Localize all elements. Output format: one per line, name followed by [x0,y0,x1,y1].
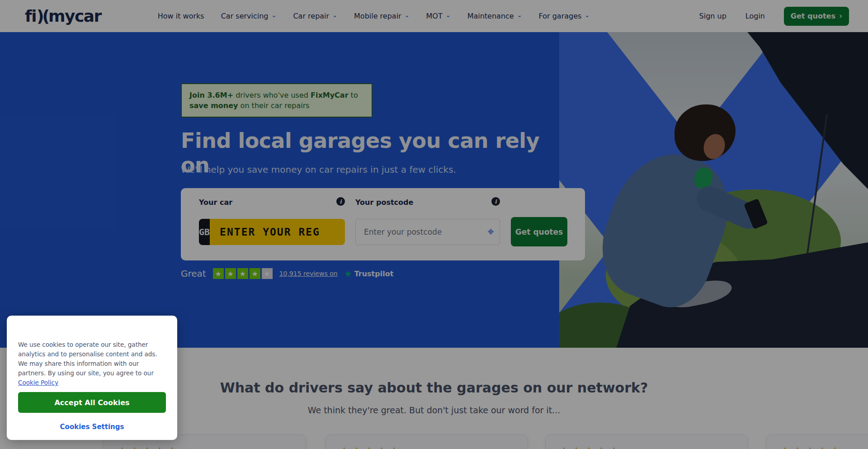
quote-form-card: Your car i Your postcode i GB ⌖ Get quot… [181,188,585,260]
get-quotes-button-header[interactable]: Get quotes › [784,7,849,26]
hero-photo [559,32,868,348]
gb-plate-badge: GB [199,219,210,245]
nav-item-label: Mobile repair [354,12,401,20]
main-nav: How it worksCar servicing⌄Car repair⌄Mob… [158,12,590,20]
nav-item-car-repair[interactable]: Car repair⌄ [293,12,337,20]
trustpilot-star-empty: ★ [262,268,273,279]
nav-item-car-servicing[interactable]: Car servicing⌄ [221,12,277,20]
use-my-location-icon[interactable]: ⌖ [487,226,494,237]
nav-item-label: For garages [539,12,582,20]
trustpilot-brand-name: Trustpilot [354,269,394,278]
your-postcode-label: Your postcode [355,198,413,207]
trustpilot-rating-word: Great [181,268,206,279]
badge-text-segment: Join 3.6M+ [189,91,233,99]
signup-link[interactable]: Sign up [699,12,726,20]
nav-item-how-it-works[interactable]: How it works [158,12,204,20]
trustpilot-stars: ★★★★★ [213,268,273,279]
review-card-stars: ★★★★★ [559,445,747,449]
review-card-stars: ★★★★★ [780,445,868,449]
nav-item-mobile-repair[interactable]: Mobile repair⌄ [354,12,410,20]
postcode-info-icon[interactable]: i [491,197,500,206]
review-card: ★★★★★ [545,435,748,449]
review-card: ★★★★★ [326,435,528,449]
header-actions: Sign up Login Get quotes › [699,7,849,26]
cookies-settings-link[interactable]: Cookies Settings [18,423,166,431]
nav-item-label: MOT [426,12,443,20]
hero-subtitle: We'll help you save money on car repairs… [181,164,456,175]
chevron-down-icon: ⌄ [446,12,451,19]
nav-item-mot[interactable]: MOT⌄ [426,12,451,20]
reg-plate-field[interactable]: GB [199,219,345,245]
trustpilot-star-filled: ★ [213,268,224,279]
nav-item-label: Maintenance [467,12,514,20]
badge-text-segment: FixMyCar [311,91,349,99]
chevron-down-icon: ⌄ [272,12,277,19]
get-quotes-label: Get quotes [791,12,835,20]
accept-all-cookies-button[interactable]: Accept All Cookies [18,392,166,413]
chevron-down-icon: ⌄ [517,12,522,19]
cookie-consent-modal: We use cookies to operate our site, gath… [7,316,177,440]
nav-item-label: Car servicing [221,12,269,20]
postcode-field: ⌖ [355,219,500,245]
nav-item-maintenance[interactable]: Maintenance⌄ [467,12,522,20]
badge-text-segment: drivers who've used [233,91,311,99]
badge-text-segment: save money [189,101,238,110]
trustpilot-star-icon: ★ [344,269,352,279]
logo-text-suffix: mycar [48,7,101,25]
chevron-down-icon: ⌄ [332,12,337,19]
nav-item-for-garages[interactable]: For garages⌄ [539,12,590,20]
drivers-count-badge: Join 3.6M+ drivers who've used FixMyCar … [181,83,373,118]
review-card-stars: ★★★★★ [118,445,306,449]
chevron-right-icon: › [839,11,842,20]
chevron-down-icon: ⌄ [405,12,410,19]
fixmycar-logo[interactable]: fi)(mycar [25,7,101,25]
badge-text-segment: on their car repairs [238,101,310,110]
top-navigation-bar: fi)(mycar How it worksCar servicing⌄Car … [0,0,868,32]
get-quotes-button-form[interactable]: Get quotes [511,217,567,246]
reviews-count-link[interactable]: 10,915 reviews on [279,270,338,277]
review-card-stars: ★★★★★ [340,445,528,449]
trustpilot-star-filled: ★ [237,268,248,279]
cookie-message-text: We use cookies to operate our site, gath… [18,341,157,377]
logo-text-prefix: fi [25,7,36,25]
cookie-policy-link[interactable]: Cookie Policy [18,379,58,386]
trustpilot-logo: ★ Trustpilot [344,269,394,279]
reg-input[interactable] [210,219,345,245]
your-car-label: Your car [199,198,232,207]
hero-section: Join 3.6M+ drivers who've used FixMyCar … [0,32,868,348]
trustpilot-star-filled: ★ [250,268,260,279]
nav-item-label: How it works [158,12,204,20]
cookie-message: We use cookies to operate our site, gath… [18,340,166,388]
fixmycar-homepage: fi)(mycar How it worksCar servicing⌄Car … [0,0,868,449]
nav-item-label: Car repair [293,12,329,20]
badge-text-segment: to [349,91,358,99]
trustpilot-rating-row: Great ★★★★★ 10,915 reviews on ★ Trustpil… [181,268,393,279]
chevron-down-icon: ⌄ [585,12,590,19]
trustpilot-star-filled: ★ [225,268,236,279]
logo-x-mark: )( [36,7,48,25]
postcode-input[interactable] [355,219,500,245]
login-link[interactable]: Login [745,12,765,20]
car-info-icon[interactable]: i [336,197,345,206]
review-card: ★★★★★ [766,435,868,449]
